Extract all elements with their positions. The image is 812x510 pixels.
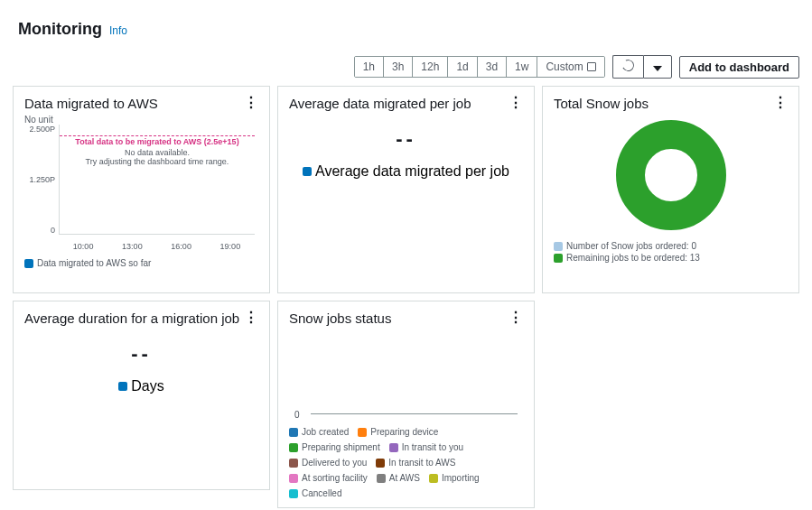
- card-menu-button[interactable]: ⋮: [509, 311, 523, 325]
- legend-item: Job created: [289, 427, 349, 437]
- legend-item: Data migrated to AWS so far: [24, 258, 151, 268]
- x-tick: 16:00: [171, 242, 191, 251]
- card-menu-button[interactable]: ⋮: [509, 96, 523, 110]
- card-title: Average duration for a migration job: [24, 311, 239, 326]
- range-1d[interactable]: 1d: [448, 57, 477, 77]
- refresh-group: [612, 55, 672, 79]
- x-tick: 19:00: [220, 242, 241, 251]
- legend-item: At sorting facility: [289, 473, 368, 483]
- page-title: Monitoring: [18, 20, 102, 39]
- legend-item: Delivered to you: [289, 458, 367, 468]
- legend-label: Data migrated to AWS so far: [37, 258, 151, 268]
- y-tick: 0: [24, 226, 55, 235]
- try-adjust-label: Try adjusting the dashboard time range.: [60, 157, 255, 166]
- x-tick: 10:00: [73, 242, 94, 251]
- legend-label: Importing: [442, 473, 480, 483]
- legend-item: Days: [118, 378, 163, 394]
- swatch-icon: [303, 167, 312, 176]
- no-data-label: No data available.: [60, 148, 255, 157]
- y-tick: 2.500P: [24, 125, 55, 134]
- line-chart: 2.500P 1.250P 0 Total data to be migrate…: [24, 125, 258, 251]
- legend-label: Number of Snow jobs ordered: 0: [566, 241, 696, 251]
- swatch-icon: [554, 242, 563, 251]
- swatch-icon: [377, 474, 386, 483]
- unit-label: No unit: [24, 115, 258, 125]
- legend-label: In transit to AWS: [388, 458, 455, 468]
- swatch-icon: [389, 443, 398, 452]
- legend-item: In transit to you: [389, 442, 463, 452]
- legend-label: Days: [131, 378, 163, 394]
- swatch-icon: [376, 459, 385, 468]
- range-1h[interactable]: 1h: [355, 57, 384, 77]
- swatch-icon: [289, 474, 298, 483]
- caret-down-icon: [653, 66, 662, 71]
- target-line: [60, 135, 255, 136]
- refresh-options-button[interactable]: [643, 55, 672, 79]
- swatch-icon: [118, 382, 127, 391]
- swatch-icon: [24, 259, 33, 268]
- svg-point-1: [646, 150, 696, 200]
- swatch-icon: [289, 459, 298, 468]
- legend-label: At sorting facility: [302, 473, 368, 483]
- metric-value: --: [289, 127, 523, 151]
- swatch-icon: [358, 428, 367, 437]
- swatch-icon: [289, 443, 298, 452]
- legend-label: Preparing shipment: [302, 442, 380, 452]
- range-1w[interactable]: 1w: [507, 57, 537, 77]
- legend-label: Cancelled: [302, 488, 341, 498]
- axis-line: [311, 413, 518, 414]
- axis-zero: 0: [294, 410, 300, 420]
- x-tick: 13:00: [122, 242, 143, 251]
- target-line-label: Total data to be migrated to AWS (2.5e+1…: [60, 137, 255, 146]
- donut-chart: [554, 116, 788, 234]
- card-title: Average data migrated per job: [289, 96, 471, 111]
- calendar-icon: [587, 62, 596, 71]
- legend-item: Number of Snow jobs ordered: 0: [554, 241, 788, 251]
- range-12h[interactable]: 12h: [413, 57, 448, 77]
- metric-value: --: [24, 342, 258, 366]
- card-total-snow-jobs: Total Snow jobs ⋮ Number of Snow jobs or…: [542, 86, 799, 293]
- swatch-icon: [289, 428, 298, 437]
- snow-status-chart: 0: [289, 329, 523, 420]
- swatch-icon: [289, 489, 298, 498]
- legend-label: Average data migrated per job: [315, 163, 509, 180]
- range-custom[interactable]: Custom: [537, 57, 603, 77]
- card-avg-duration: Average duration for a migration job ⋮ -…: [13, 301, 270, 490]
- legend-label: Job created: [302, 427, 349, 437]
- card-data-migrated: Data migrated to AWS ⋮ No unit 2.500P 1.…: [13, 86, 270, 293]
- legend-label: At AWS: [389, 473, 420, 483]
- range-custom-label: Custom: [546, 60, 583, 73]
- legend-item: Preparing shipment: [289, 442, 380, 452]
- legend-item: Average data migrated per job: [303, 163, 509, 180]
- snow-legend: Job createdPreparing devicePreparing shi…: [289, 427, 523, 498]
- refresh-icon: [621, 58, 636, 73]
- legend-item: Cancelled: [289, 488, 341, 498]
- range-3d[interactable]: 3d: [478, 57, 507, 77]
- card-menu-button[interactable]: ⋮: [244, 96, 258, 110]
- legend-label: In transit to you: [402, 442, 463, 452]
- card-title: Total Snow jobs: [554, 96, 649, 111]
- add-to-dashboard-button[interactable]: Add to dashboard: [679, 56, 799, 79]
- card-title: Snow jobs status: [289, 311, 391, 326]
- time-range-group: 1h 3h 12h 1d 3d 1w Custom: [354, 56, 605, 78]
- card-avg-data-per-job: Average data migrated per job ⋮ -- Avera…: [277, 86, 535, 293]
- card-snow-status: Snow jobs status ⋮ 0 Job createdPreparin…: [277, 301, 535, 508]
- legend-item: Remaining jobs to be ordered: 13: [554, 253, 788, 263]
- y-tick: 1.250P: [24, 175, 55, 184]
- toolbar: 1h 3h 12h 1d 3d 1w Custom Add to dashboa…: [13, 55, 799, 79]
- card-title: Data migrated to AWS: [24, 96, 158, 111]
- card-menu-button[interactable]: ⋮: [773, 96, 788, 110]
- card-menu-button[interactable]: ⋮: [244, 311, 258, 325]
- info-link[interactable]: Info: [109, 24, 127, 37]
- refresh-button[interactable]: [612, 55, 643, 79]
- range-3h[interactable]: 3h: [384, 57, 413, 77]
- legend-item: At AWS: [377, 473, 420, 483]
- legend-label: Preparing device: [370, 427, 438, 437]
- legend-item: Importing: [429, 473, 480, 483]
- legend-item: In transit to AWS: [376, 458, 455, 468]
- legend-label: Remaining jobs to be ordered: 13: [566, 253, 700, 263]
- legend-item: Preparing device: [358, 427, 438, 437]
- legend-label: Delivered to you: [302, 458, 367, 468]
- swatch-icon: [429, 474, 438, 483]
- swatch-icon: [554, 254, 563, 263]
